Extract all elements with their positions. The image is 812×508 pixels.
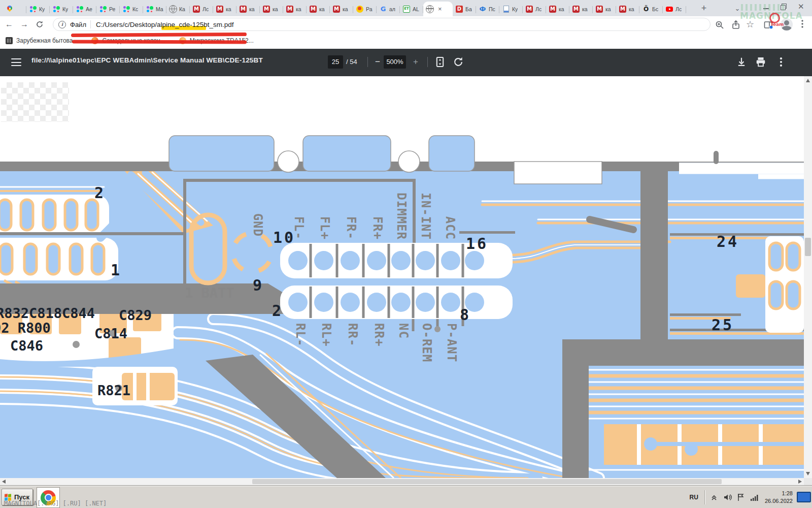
horizontal-scroll-thumb[interactable] xyxy=(252,479,722,484)
browser-tab[interactable]: ка × xyxy=(546,2,569,16)
tab-label: ка xyxy=(343,6,348,12)
browser-tab[interactable]: ка × xyxy=(260,2,283,16)
tab-favicon xyxy=(286,5,294,13)
battery-label: 1 BATT xyxy=(185,285,234,301)
tab-favicon xyxy=(146,5,154,13)
horizontal-scrollbar[interactable] xyxy=(0,478,804,485)
taskbar-chrome-button[interactable] xyxy=(37,487,60,508)
side-panel-icon[interactable] xyxy=(763,20,773,30)
download-icon[interactable] xyxy=(736,56,747,68)
info-icon[interactable]: i xyxy=(58,21,66,28)
vertical-scroll-thumb[interactable] xyxy=(805,238,811,256)
pin-label-in-int: IN-INT xyxy=(419,193,433,240)
ref-number-1-left: 1 xyxy=(111,261,120,279)
bookmark-star-icon[interactable]: ☆ xyxy=(746,19,756,29)
close-button[interactable]: ✕ xyxy=(798,4,804,10)
tab-label: Ку xyxy=(39,6,45,12)
forward-button[interactable]: → xyxy=(18,18,30,30)
minimize-button[interactable] xyxy=(763,4,769,10)
browser-tab[interactable]: ка × xyxy=(283,2,307,16)
pin-number-8: 8 xyxy=(460,306,469,324)
browser-tab[interactable]: ал × xyxy=(377,2,400,16)
zoom-level-input[interactable]: 500% xyxy=(384,55,406,69)
volume-icon[interactable] xyxy=(723,493,732,502)
vertical-scrollbar[interactable] xyxy=(804,76,812,478)
menu-hamburger-icon[interactable] xyxy=(11,58,21,67)
tab-label: ал xyxy=(389,6,395,12)
start-button[interactable]: Пуск xyxy=(2,489,33,505)
zoom-icon[interactable] xyxy=(715,20,725,30)
share-icon[interactable] xyxy=(731,20,741,30)
browser-tab[interactable]: Пс × xyxy=(476,2,499,16)
fit-to-page-icon[interactable] xyxy=(434,56,446,68)
browser-tab[interactable]: Ра × xyxy=(353,2,377,16)
browser-tab[interactable]: ка × xyxy=(330,2,353,16)
browser-tab[interactable]: ка × xyxy=(593,2,616,16)
tab-search-chevron-icon[interactable]: ⌄ xyxy=(732,3,743,14)
tab-label: ка xyxy=(629,6,634,12)
menu-kebab-icon[interactable] xyxy=(798,19,808,29)
zoom-in-button[interactable]: + xyxy=(409,55,422,69)
browser-tab[interactable]: Кс × xyxy=(120,2,143,16)
start-label: Пуск xyxy=(14,493,29,501)
tab-label: Бс xyxy=(652,6,658,12)
print-icon[interactable] xyxy=(755,56,766,68)
browser-tab[interactable]: Ку × xyxy=(50,2,73,16)
clock[interactable]: 1:28 26.06.2022 xyxy=(761,490,797,505)
back-button[interactable]: ← xyxy=(3,18,15,30)
tab-close-icon[interactable]: × xyxy=(438,6,442,12)
scroll-left-arrow[interactable] xyxy=(2,480,6,484)
browser-tab[interactable]: Ма × xyxy=(143,2,166,16)
address-input[interactable]: i Файл C:/Users/c/Desktop/alpine_cde-125… xyxy=(53,18,710,31)
browser-tab[interactable]: Ре × xyxy=(96,2,120,16)
browser-tab[interactable]: Ба × xyxy=(453,2,476,16)
pdf-page-pcb-diagram[interactable]: GND FL- FL+ FR- FR+ DIMMER IN-INT ACC RL… xyxy=(0,76,804,478)
display-tray-icon[interactable] xyxy=(797,492,811,502)
zoom-out-button[interactable]: − xyxy=(371,55,384,69)
browser-tab[interactable]: Лс × xyxy=(663,2,686,16)
browser-tab[interactable]: ка × xyxy=(307,2,330,16)
tab-label: ка xyxy=(605,6,611,12)
browser-tab[interactable]: Ае × xyxy=(73,2,96,16)
page-number-input[interactable]: 25 xyxy=(328,55,343,69)
browser-tab[interactable]: Ку × xyxy=(26,2,50,16)
profile-avatar[interactable] xyxy=(781,18,793,30)
pin-label-rl-minus: RL- xyxy=(293,323,308,346)
browser-tab[interactable]: Лс × xyxy=(190,2,213,16)
tab-favicon xyxy=(216,5,224,13)
browser-tab[interactable]: × xyxy=(423,2,453,16)
ref-number-2-top-left: 2 xyxy=(94,184,104,202)
pin-label-rl-plus: RL+ xyxy=(319,323,333,346)
new-tab-button[interactable]: + xyxy=(697,2,710,15)
rotate-icon[interactable] xyxy=(453,56,464,68)
browser-tab[interactable]: Ку × xyxy=(499,2,523,16)
browser-tab[interactable]: ка × xyxy=(616,2,639,16)
browser-tab[interactable]: Лс × xyxy=(523,2,546,16)
browser-tab[interactable]: AL × xyxy=(400,2,423,16)
pin-label-acc: ACC xyxy=(443,216,457,240)
action-center-flag-icon[interactable] xyxy=(736,493,746,502)
tab-label: ка xyxy=(273,6,278,12)
red-marker-annotation xyxy=(72,40,247,44)
browser-tab[interactable]: ка × xyxy=(213,2,236,16)
scroll-right-arrow[interactable] xyxy=(798,480,802,484)
pdf-more-kebab-icon[interactable] xyxy=(775,56,787,68)
browser-tab[interactable]: Бс × xyxy=(639,2,663,16)
scroll-up-arrow[interactable] xyxy=(806,79,810,82)
tab-favicon xyxy=(665,5,673,13)
tray-expand-chevron-icon[interactable] xyxy=(710,493,719,502)
bookmark-item[interactable]: Зарубежная бытова... xyxy=(5,37,78,45)
browser-tab[interactable]: ка × xyxy=(236,2,260,16)
restore-button[interactable] xyxy=(781,4,787,10)
browser-tab[interactable]: Ка × xyxy=(166,2,190,16)
browser-tab[interactable]: ка × xyxy=(569,2,593,16)
reload-button[interactable] xyxy=(33,18,46,30)
tab-label: Ма xyxy=(156,6,163,12)
pcb-artwork: GND FL- FL+ FR- FR+ DIMMER IN-INT ACC RL… xyxy=(0,76,804,478)
scroll-down-arrow[interactable] xyxy=(806,472,810,475)
network-signal-icon[interactable] xyxy=(750,493,759,502)
browser-tab[interactable]: × xyxy=(3,2,26,16)
language-indicator[interactable]: RU xyxy=(687,494,701,501)
pin-label-rr-plus: RR+ xyxy=(372,323,386,346)
tab-favicon xyxy=(525,5,533,13)
